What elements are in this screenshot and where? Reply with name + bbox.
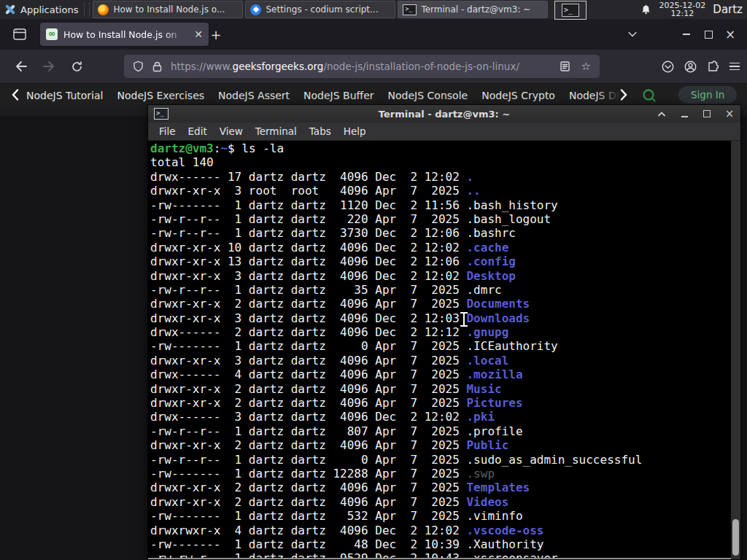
browser-toolbar: https://www.geeksforgeeks.org/node-js/in… — [0, 50, 747, 84]
scrollbar-thumb[interactable] — [732, 519, 739, 556]
terminal-line: -rw------- 1 dartz dartz 48 Dec 2 10:39 … — [150, 537, 730, 551]
url-text: https://www.geeksforgeeks.org/node-js/in… — [171, 61, 560, 72]
taskbar-item-terminal[interactable]: >_ Terminal - dartz@vm3: ~ — [398, 1, 548, 18]
nav-scroll-right-icon[interactable] — [620, 89, 627, 101]
menu-view[interactable]: View — [220, 125, 243, 137]
sign-in-button[interactable]: Sign In — [678, 86, 737, 104]
terminal-line: -rw------- 1 dartz dartz 532 Apr 7 2025 … — [150, 509, 730, 523]
terminal-line: drwxr-xr-x 2 dartz dartz 4096 Apr 7 2025… — [150, 382, 730, 396]
tab-bar: ∞ How to Install Node.js on ✕ + × — [0, 19, 747, 50]
site-nav-item[interactable]: NodeJS Assert — [218, 90, 290, 101]
taskbar-item-codium-settings[interactable]: Settings - codium script... — [245, 1, 395, 18]
toolbar-right-icons — [662, 55, 740, 77]
terminal-line: drwxr-xr-x 3 root root 4096 Apr 7 2025 .… — [150, 184, 730, 198]
terminal-line: drwx------ 3 dartz dartz 4096 Dec 2 12:0… — [150, 410, 730, 424]
terminal-line: drwxr-xr-x 3 dartz dartz 4096 Dec 2 12:0… — [150, 269, 730, 283]
menu-tabs[interactable]: Tabs — [309, 125, 331, 137]
site-nav-item[interactable]: NodeJS Exercises — [117, 90, 204, 101]
site-nav-item[interactable]: NodeJS Tutorial — [26, 90, 103, 101]
terminal-bottom-edge — [148, 558, 731, 559]
terminal-line: dartz@vm3:~$ ls -la — [150, 141, 730, 155]
terminal-window-controls: × — [657, 105, 735, 122]
menu-help[interactable]: Help — [344, 125, 366, 137]
terminal-menubar: File Edit View Terminal Tabs Help — [148, 122, 740, 141]
terminal-line: -rw-r--r-- 1 dartz dartz 35 Apr 7 2025 .… — [150, 283, 730, 297]
close-button[interactable]: × — [719, 25, 741, 44]
maximize-button[interactable] — [697, 25, 719, 44]
firefox-icon — [98, 4, 109, 15]
top-panel: Applications How to Install Node.js o...… — [0, 0, 747, 19]
shade-button[interactable] — [657, 109, 667, 119]
minimize-button[interactable] — [676, 25, 697, 44]
back-button[interactable] — [10, 55, 32, 77]
account-icon[interactable] — [684, 61, 697, 73]
terminal-line: drwxr-xr-x 3 dartz dartz 4096 Apr 7 2025… — [150, 354, 730, 368]
maximize-button[interactable] — [702, 109, 712, 119]
site-navbar: NodeJS TutorialNodeJS ExercisesNodeJS As… — [0, 83, 747, 106]
new-tab-button[interactable]: + — [206, 26, 225, 43]
terminal-line: drwxr-xr-x 2 dartz dartz 4096 Apr 7 2025… — [150, 438, 730, 452]
window-controls: × — [622, 19, 741, 50]
site-nav-items: NodeJS TutorialNodeJS ExercisesNodeJS As… — [26, 84, 632, 106]
terminal-body[interactable]: dartz@vm3:~$ ls -latotal 140drwx------ 1… — [148, 141, 740, 559]
tray-terminal-icon[interactable]: >_ — [554, 1, 587, 20]
site-nav-item[interactable]: NodeJS Console — [388, 90, 468, 101]
terminal-line: drwxr-xr-x 2 dartz dartz 4096 Apr 7 2025… — [150, 297, 730, 311]
list-all-tabs-button[interactable] — [622, 25, 643, 44]
terminal-line: -rw------- 1 dartz dartz 1120 Dec 2 11:5… — [150, 198, 730, 212]
terminal-scrollbar[interactable] — [731, 141, 740, 559]
terminal-line: total 140 — [150, 155, 730, 169]
terminal-line: -rw------- 1 dartz dartz 12288 Apr 7 202… — [150, 467, 730, 481]
panel-status-area: 2025-12-02 12:12 Dartz — [640, 0, 743, 19]
menu-file[interactable]: File — [159, 125, 176, 137]
desktop: Applications How to Install Node.js o...… — [0, 0, 747, 560]
tab-close-icon[interactable]: ✕ — [194, 29, 203, 39]
lock-icon[interactable] — [152, 61, 162, 72]
browser-tab[interactable]: ∞ How to Install Node.js on ✕ — [40, 23, 209, 46]
terminal-line: drwxr-xr-x 13 dartz dartz 4096 Dec 2 12:… — [150, 254, 730, 268]
url-bar[interactable]: https://www.geeksforgeeks.org/node-js/in… — [124, 55, 600, 78]
bookmark-star-icon[interactable]: ☆ — [581, 60, 591, 73]
terminal-line: drwx------ 2 dartz dartz 4096 Dec 2 12:1… — [150, 325, 730, 339]
menu-terminal[interactable]: Terminal — [255, 125, 297, 137]
url-path: /node-js/installation-of-node-js-on-linu… — [323, 61, 519, 72]
terminal-line: -rw-r--r-- 1 dartz dartz 0 Apr 7 2025 .s… — [150, 453, 730, 467]
site-nav-item[interactable]: NodeJS Buffer — [303, 90, 374, 101]
mouse-cursor — [460, 312, 468, 327]
notification-bell-icon[interactable] — [640, 4, 651, 15]
terminal-window: >_ Terminal - dartz@vm3: ~ × File Edit V… — [147, 104, 741, 560]
taskbar-label: How to Install Node.js o... — [113, 4, 225, 15]
forward-button[interactable] — [38, 55, 60, 77]
extensions-puzzle-icon[interactable] — [707, 61, 719, 73]
applications-menu-button[interactable]: Applications — [0, 0, 84, 19]
terminal-line: drwxr-xr-x 2 dartz dartz 4096 Apr 7 2025… — [150, 495, 730, 509]
firefox-view-button[interactable] — [10, 26, 29, 43]
taskbar-label: Terminal - dartz@vm3: ~ — [421, 4, 530, 15]
url-domain: geeksforgeeks.org — [233, 61, 324, 72]
terminal-line: drwxr-xr-x 2 dartz dartz 4096 Apr 7 2025… — [150, 481, 730, 494]
panel-separator — [84, 3, 90, 16]
menu-hamburger-icon[interactable] — [729, 63, 740, 71]
close-button[interactable]: × — [724, 109, 735, 119]
reader-mode-icon[interactable] — [560, 61, 570, 71]
xubuntu-logo-icon — [4, 4, 16, 15]
urlbar-actions: ☆ — [560, 60, 591, 73]
geeksforgeeks-favicon: ∞ — [46, 28, 58, 40]
nav-scroll-left-icon[interactable] — [12, 89, 19, 101]
clock[interactable]: 2025-12-02 12:12 — [659, 1, 705, 18]
terminal-line: -rw------- 1 dartz dartz 0 Apr 7 2025 .I… — [150, 339, 730, 353]
search-icon[interactable] — [642, 88, 657, 103]
menu-edit[interactable]: Edit — [188, 125, 207, 137]
terminal-line: -rw-r--r-- 1 dartz dartz 220 Apr 7 2025 … — [150, 212, 730, 226]
site-nav-item[interactable]: NodeJS Crypto — [481, 90, 555, 101]
reload-button[interactable] — [66, 55, 88, 77]
tracking-shield-icon[interactable] — [133, 61, 144, 72]
taskbar-item-firefox[interactable]: How to Install Node.js o... — [93, 1, 243, 18]
minimize-button[interactable] — [679, 109, 689, 119]
terminal-titlebar[interactable]: >_ Terminal - dartz@vm3: ~ × — [148, 105, 740, 122]
terminal-line: drwx------ 17 dartz dartz 4096 Dec 2 12:… — [150, 170, 730, 184]
terminal-line: -rw-r--r-- 1 dartz dartz 807 Apr 7 2025 … — [150, 424, 730, 438]
user-menu[interactable]: Dartz — [713, 3, 743, 16]
terminal-icon: >_ — [403, 4, 417, 15]
pocket-icon[interactable] — [662, 61, 674, 73]
